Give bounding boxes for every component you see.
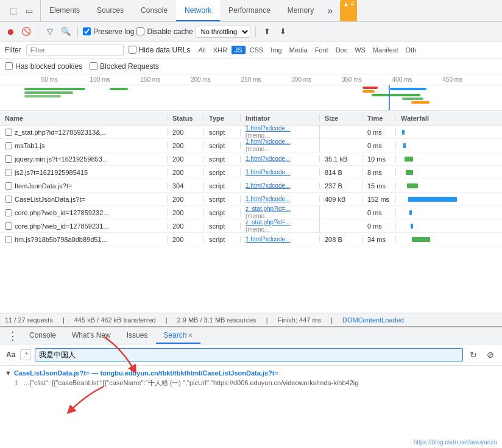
mobile-icon[interactable]: ▭ <box>23 5 35 17</box>
cell-initiator: z_stat.php?id=... (memo... <box>241 205 320 219</box>
result-line[interactable]: 1 ...{"clist": [{"caseBeanList":[{"caseN… <box>5 378 497 388</box>
filter-oth[interactable]: Oth <box>403 46 420 54</box>
filter-js[interactable]: JS <box>232 46 246 54</box>
row-checkbox[interactable] <box>5 142 12 149</box>
search-panel: Aa .* ↻ ⊘ ▼ CaseListJsonData.js?t= — ton… <box>0 344 502 448</box>
cell-waterfall <box>396 182 502 190</box>
initiator-link[interactable]: 1.html?xdcode... <box>246 126 314 132</box>
row-checkbox[interactable] <box>5 169 12 176</box>
tab-sources[interactable]: Sources <box>88 0 132 21</box>
filter-icon[interactable]: ▽ <box>43 25 57 38</box>
cell-initiator: 1.html?xdcode... (memo... <box>241 126 320 139</box>
tab-more-button[interactable]: » <box>322 0 338 21</box>
row-checkbox[interactable] <box>5 182 12 190</box>
bottom-tab-whatsnew[interactable]: What's New <box>65 327 118 344</box>
initiator-link[interactable]: 1.html?xdcode... <box>246 138 314 145</box>
separator-2 <box>77 26 78 37</box>
table-row[interactable]: js2.js?t=1621925985415 200 script 1.html… <box>0 166 502 179</box>
cell-waterfall <box>396 129 502 136</box>
preserve-log-checkbox[interactable] <box>83 27 91 35</box>
table-row[interactable]: ItemJsonData.js?t= 304 script 1.html?xdc… <box>0 179 502 193</box>
filter-input[interactable] <box>26 44 124 55</box>
table-row[interactable]: jquery.min.js?t=16219259853... 200 scrip… <box>0 152 502 166</box>
table-row[interactable]: z_stat.php?id=1278592313&... 200 script … <box>0 126 502 139</box>
search-tab-close[interactable]: × <box>188 330 193 340</box>
initiator-link[interactable]: 1.html?xdcode... <box>246 182 314 189</box>
cell-type: script <box>204 155 241 163</box>
disable-cache-label[interactable]: Disable cache <box>136 27 193 36</box>
preserve-log-label[interactable]: Preserve log <box>83 27 134 36</box>
filter-img[interactable]: Img <box>267 46 285 54</box>
blocked-requests-checkbox[interactable] <box>90 62 97 70</box>
row-name-text: msTab1.js <box>15 142 45 149</box>
waterfall-bar-wrap <box>401 142 497 149</box>
blocked-cookies-label[interactable]: Has blocked cookies <box>5 62 82 71</box>
filter-doc[interactable]: Doc <box>333 46 351 54</box>
clear-button[interactable]: 🚫 <box>19 25 33 38</box>
tab-performance[interactable]: Performance <box>220 0 279 21</box>
waterfall-bar-wrap <box>401 222 497 230</box>
search-regex-toggle[interactable]: .* <box>20 349 30 360</box>
tab-network[interactable]: Network <box>176 0 220 21</box>
filter-all[interactable]: All <box>195 46 208 54</box>
row-checkbox[interactable] <box>5 129 12 136</box>
initiator-link[interactable]: z_stat.php?id=... <box>246 219 314 226</box>
cell-name: core.php?web_id=127859231... <box>0 222 168 230</box>
initiator-link[interactable]: 1.html?xdcode... <box>246 236 314 243</box>
blocked-cookies-checkbox[interactable] <box>5 62 13 70</box>
filter-css[interactable]: CSS <box>247 46 267 54</box>
initiator-link[interactable]: z_stat.php?id=... <box>246 205 314 212</box>
search-refresh-button[interactable]: ↻ <box>467 348 480 361</box>
search-input[interactable] <box>35 348 463 361</box>
search-icon[interactable]: 🔍 <box>59 25 72 38</box>
record-button[interactable]: ⏺ <box>4 25 17 38</box>
table-row[interactable]: CaseListJsonData.js?t= 200 script 1.html… <box>0 193 502 206</box>
filter-xhr[interactable]: XHR <box>210 46 230 54</box>
cell-name: ItemJsonData.js?t= <box>0 182 168 190</box>
table-row[interactable]: msTab1.js 200 script 1.html?xdcode... (m… <box>0 139 502 152</box>
tab-console[interactable]: Console <box>132 0 176 21</box>
row-checkbox[interactable] <box>5 196 12 203</box>
row-checkbox[interactable] <box>5 155 12 163</box>
blocked-requests-label[interactable]: Blocked Requests <box>90 62 159 71</box>
initiator-link[interactable]: 1.html?xdcode... <box>246 196 314 202</box>
disable-cache-checkbox[interactable] <box>136 27 144 35</box>
tab-memory[interactable]: Memory <box>279 0 322 21</box>
result-file-name[interactable]: CaseListJsonData.js?t= — tongbu.eduyun.c… <box>14 369 278 377</box>
tick-450ms: 450 ms <box>427 76 478 83</box>
hide-data-urls-checkbox[interactable] <box>129 46 136 54</box>
download-button[interactable]: ⬇ <box>277 25 290 38</box>
row-checkbox[interactable] <box>5 222 12 230</box>
filter-ws[interactable]: WS <box>352 46 369 54</box>
header-type: Type <box>204 115 241 122</box>
preserve-log-text: Preserve log <box>93 27 134 36</box>
table-row[interactable]: hm.js?918b5b798a0db89d51... 200 script 1… <box>0 233 502 246</box>
upload-button[interactable]: ⬆ <box>261 25 274 38</box>
tick-100ms: 100 ms <box>75 76 125 83</box>
search-case-sensitive[interactable]: Aa <box>5 349 16 360</box>
bottom-tab-search[interactable]: Search × <box>156 327 200 344</box>
initiator-link[interactable]: 1.html?xdcode... <box>246 169 314 176</box>
bottom-tab-menu[interactable]: ⋮ <box>5 329 21 343</box>
bottom-tab-console[interactable]: Console <box>22 327 63 344</box>
bottom-tab-issues[interactable]: Issues <box>119 327 155 344</box>
filter-media[interactable]: Media <box>286 46 311 54</box>
initiator-link[interactable]: 1.html?xdcode... <box>246 155 314 162</box>
table-row[interactable]: core.php?web_id=127859232... 200 script … <box>0 206 502 219</box>
hide-data-urls-label[interactable]: Hide data URLs <box>129 46 191 54</box>
table-row[interactable]: core.php?web_id=127859231... 200 script … <box>0 219 502 233</box>
separator: | <box>63 316 65 324</box>
result-expand-icon[interactable]: ▼ <box>5 369 12 377</box>
filter-manifest[interactable]: Manifest <box>370 46 401 54</box>
search-clear-button[interactable]: ⊘ <box>484 348 497 361</box>
tab-elements[interactable]: Elements <box>41 0 88 21</box>
row-checkbox[interactable] <box>5 209 12 216</box>
row-checkbox[interactable] <box>5 236 12 243</box>
dom-content-loaded[interactable]: DOMContentLoaded <box>342 316 404 324</box>
cursor-icon[interactable]: ⬚ <box>7 5 19 17</box>
filter-bar: Filter Hide data URLs All XHR JS CSS Img… <box>0 41 502 59</box>
filter-font[interactable]: Font <box>312 46 331 54</box>
cell-status: 200 <box>168 222 204 230</box>
throttle-select[interactable]: No throttling <box>196 26 250 38</box>
row-name-text: js2.js?t=1621925985415 <box>15 169 88 176</box>
